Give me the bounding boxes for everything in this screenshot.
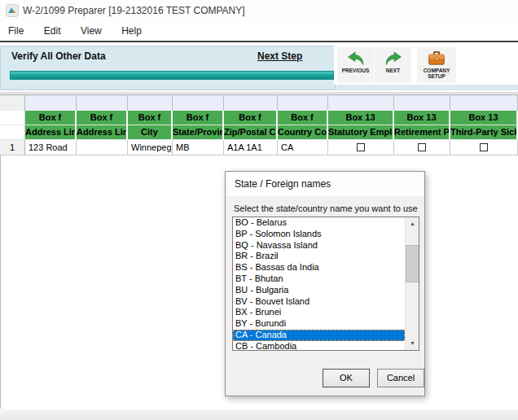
grid-label-header-row: Address Line 1Address Line 2CityState/Pr…: [0, 125, 518, 140]
row-header-cell: [0, 111, 25, 125]
green-arrow-right-icon: [384, 50, 402, 67]
app-logo-icon: [6, 4, 19, 17]
list-item-bs-bassas-da-india[interactable]: BS - Bassas da India: [233, 262, 405, 273]
list-item-bp-solomon-islands[interactable]: BP - Solomon Islands: [233, 229, 405, 240]
employee-data-grid: Box fBox fBox fBox fBox fBox fBox 13Box …: [0, 92, 518, 156]
country-listbox[interactable]: BO - BelarusBP - Solomon IslandsBQ - Nav…: [232, 217, 419, 351]
column-header-city: City: [128, 125, 173, 140]
list-item-br-brazil[interactable]: BR - Brazil: [233, 251, 405, 262]
box-header-retirement-plan: Box 13: [394, 111, 450, 125]
toolbar: Verify All Other Data Next Step PREVIOUS…: [0, 43, 518, 90]
column-header-statutory-employee: Statutory Employee: [328, 125, 394, 140]
window-bottom-edge: [0, 409, 518, 420]
list-item-bv-bouvet-island[interactable]: BV - Bouvet Island: [233, 296, 405, 308]
scroll-up-icon[interactable]: ▲: [406, 217, 419, 230]
box-header-third-party-sick-pay: Box 13: [450, 111, 518, 125]
listbox-scrollbar[interactable]: ▲ ▼: [405, 217, 419, 350]
list-item-by-burundi[interactable]: BY - Burundi: [233, 318, 405, 330]
window-title: W-2/1099 Preparer [19-2132016 TEST COMPA…: [23, 0, 245, 21]
progress-fill: [11, 72, 333, 79]
box-header-country-code: Box f: [278, 111, 328, 125]
company-setup-button[interactable]: COMPANY SETUP: [417, 47, 456, 83]
grid-header-strip: [0, 92, 518, 94]
column-header-country-code: Country Code: [278, 125, 328, 140]
row-header-cell: [0, 94, 25, 111]
green-arrow-left-icon: [347, 50, 365, 67]
list-item-bo-belarus[interactable]: BO - Belarus: [233, 217, 405, 229]
ok-button[interactable]: OK: [323, 369, 370, 387]
briefcase-icon: [428, 50, 446, 67]
state-foreign-names-dialog: State / Foreign names Select the state/c…: [225, 171, 425, 396]
empty-cell-third-party-sick-pay: [450, 94, 518, 111]
menu-help[interactable]: Help: [113, 21, 150, 41]
row-header-cell: [0, 125, 25, 140]
menu-bar: File Edit View Help: [0, 21, 518, 41]
previous-button[interactable]: PREVIOUS: [337, 47, 374, 83]
title-bar: W-2/1099 Preparer [19-2132016 TEST COMPA…: [0, 0, 518, 21]
address-line-1-cell[interactable]: 123 Road: [25, 140, 77, 155]
company-setup-button-label: COMPANY SETUP: [417, 68, 456, 79]
scrollbar-thumb[interactable]: [406, 245, 419, 282]
menu-divider: [0, 41, 518, 42]
box-header-state-province: Box f: [173, 111, 224, 125]
window-left-border: [0, 155, 1, 409]
box-header-address-line-1: Box f: [25, 111, 77, 125]
box-header-city: Box f: [128, 111, 173, 125]
city-cell[interactable]: Winnepeg: [128, 140, 173, 155]
grid-data-row-1: 1123 RoadWinnepegMBA1A 1A1CA: [0, 140, 518, 155]
grid-box-header-row: Box fBox fBox fBox fBox fBox fBox 13Box …: [0, 111, 518, 125]
list-item-ca-canada[interactable]: CA - Canada: [233, 330, 405, 341]
empty-cell-statutory-employee: [328, 94, 394, 111]
state-province-cell[interactable]: MB: [173, 140, 224, 155]
retirement-plan-checkbox[interactable]: [418, 143, 426, 151]
list-item-bu-bulgaria[interactable]: BU - Bulgaria: [233, 285, 405, 296]
zip-postal-code-cell[interactable]: A1A 1A1: [224, 140, 278, 155]
third-party-sick-pay-checkbox[interactable]: [480, 143, 488, 151]
app-window: W-2/1099 Preparer [19-2132016 TEST COMPA…: [0, 0, 518, 420]
column-header-retirement-plan: Retirement Plan: [394, 125, 450, 140]
statutory-employee-cell: [328, 140, 394, 155]
address-line-2-cell[interactable]: [77, 140, 128, 155]
country-list: BO - BelarusBP - Solomon IslandsBQ - Nav…: [233, 217, 405, 350]
empty-cell-address-line-1: [25, 94, 77, 111]
step-title: Verify All Other Data: [11, 50, 106, 62]
column-header-third-party-sick-pay: Third-Party Sick Pay: [450, 125, 518, 140]
empty-cell-zip-postal-code: [224, 94, 278, 111]
scroll-down-icon[interactable]: ▼: [406, 337, 419, 350]
list-item-bt-bhutan[interactable]: BT - Bhutan: [233, 273, 405, 285]
previous-button-label: PREVIOUS: [337, 68, 374, 73]
dialog-title: State / Foreign names: [226, 172, 424, 196]
progress-bar: [10, 71, 334, 80]
third-party-sick-pay-cell: [450, 140, 518, 155]
retirement-plan-cell: [394, 140, 450, 155]
empty-cell-country-code: [278, 94, 328, 111]
column-header-address-line-1: Address Line 1: [25, 125, 77, 140]
cancel-button[interactable]: Cancel: [377, 369, 424, 387]
dialog-prompt: Select the state/country name you want t…: [234, 203, 418, 213]
box-header-zip-postal-code: Box f: [224, 111, 278, 125]
grid-empty-row: [0, 94, 518, 111]
empty-cell-state-province: [173, 94, 224, 111]
empty-cell-city: [128, 94, 173, 111]
next-step-link[interactable]: Next Step: [257, 50, 302, 62]
row-number: 1: [0, 140, 25, 155]
column-header-state-province: State/Province: [173, 125, 224, 140]
empty-cell-retirement-plan: [394, 94, 450, 111]
menu-edit[interactable]: Edit: [36, 21, 69, 41]
column-header-address-line-2: Address Line 2: [77, 125, 128, 140]
statutory-employee-checkbox[interactable]: [357, 143, 365, 151]
box-header-address-line-2: Box f: [77, 111, 128, 125]
empty-cell-address-line-2: [77, 94, 128, 111]
list-item-cb-cambodia[interactable]: CB - Cambodia: [233, 341, 405, 350]
column-header-zip-postal-code: Zip/Postal Code: [224, 125, 278, 140]
list-item-bx-brunei[interactable]: BX - Brunei: [233, 307, 405, 318]
country-code-cell[interactable]: CA: [278, 140, 328, 155]
next-button[interactable]: NEXT: [375, 47, 411, 83]
menu-view[interactable]: View: [72, 21, 110, 41]
next-button-label: NEXT: [375, 68, 411, 73]
box-header-statutory-employee: Box 13: [328, 111, 394, 125]
list-item-bq-navassa-island[interactable]: BQ - Navassa Island: [233, 240, 405, 252]
menu-file[interactable]: File: [0, 21, 32, 41]
